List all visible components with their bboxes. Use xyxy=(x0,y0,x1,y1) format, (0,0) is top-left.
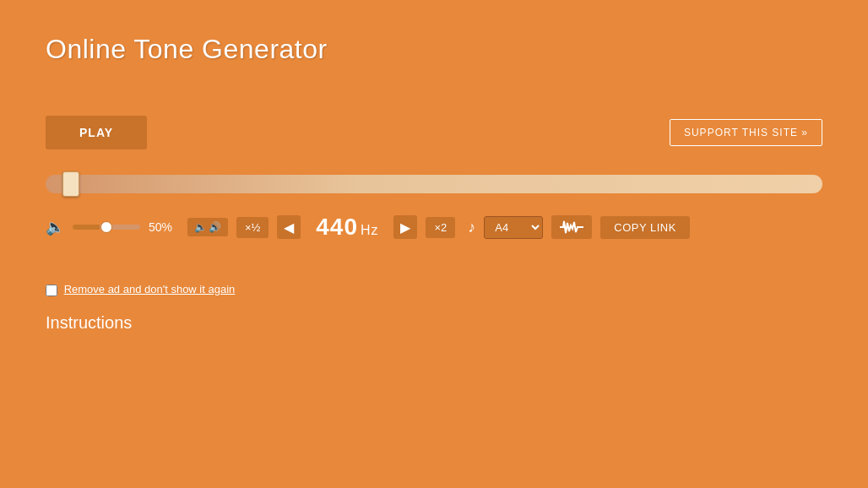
note-select[interactable]: C4 D4 E4 F4 G4 A4 B4 xyxy=(484,216,543,239)
instructions-heading: Instructions xyxy=(46,313,822,333)
waveform-icon xyxy=(560,220,583,235)
speaker-icon-2: 🔊 xyxy=(209,221,221,233)
frequency-value: 440 xyxy=(316,214,358,240)
remove-ad-row: Remove ad and don't show it again xyxy=(46,283,822,296)
remove-ad-checkbox[interactable] xyxy=(46,285,57,296)
volume-percent: 50% xyxy=(149,220,179,234)
frequency-slider-container xyxy=(46,175,822,197)
speaker-icon: 🔈 xyxy=(194,221,207,233)
hz-label: Hz xyxy=(361,223,379,237)
top-controls-row: PLAY SUPPORT THIS SITE » xyxy=(46,116,822,149)
music-note-icon: ♪ xyxy=(468,219,475,236)
half-speed-button[interactable]: ×½ xyxy=(236,217,269,238)
page-title: Online Tone Generator xyxy=(46,34,822,65)
volume-icon: 🔈 xyxy=(46,218,64,236)
step-back-button[interactable]: ◀ xyxy=(277,215,301,239)
volume-icon-button[interactable]: 🔈 🔊 xyxy=(187,218,228,236)
copy-link-button[interactable]: COPY LINK xyxy=(600,216,690,239)
step-forward-button[interactable]: ▶ xyxy=(393,215,417,239)
remove-ad-link[interactable]: Remove ad and don't show it again xyxy=(64,283,236,296)
frequency-slider[interactable] xyxy=(46,175,822,193)
double-speed-button[interactable]: ×2 xyxy=(426,217,455,238)
play-button[interactable]: PLAY xyxy=(46,116,147,149)
bottom-controls-row: 🔈 50% 🔈 🔊 ×½ ◀ 440Hz ▶ ×2 ♪ C4 D4 E4 F4 xyxy=(46,214,822,241)
support-site-button[interactable]: SUPPORT THIS SITE » xyxy=(670,119,822,146)
frequency-display: 440Hz xyxy=(309,214,385,241)
waveform-button[interactable] xyxy=(551,215,592,239)
volume-slider[interactable] xyxy=(73,225,140,230)
